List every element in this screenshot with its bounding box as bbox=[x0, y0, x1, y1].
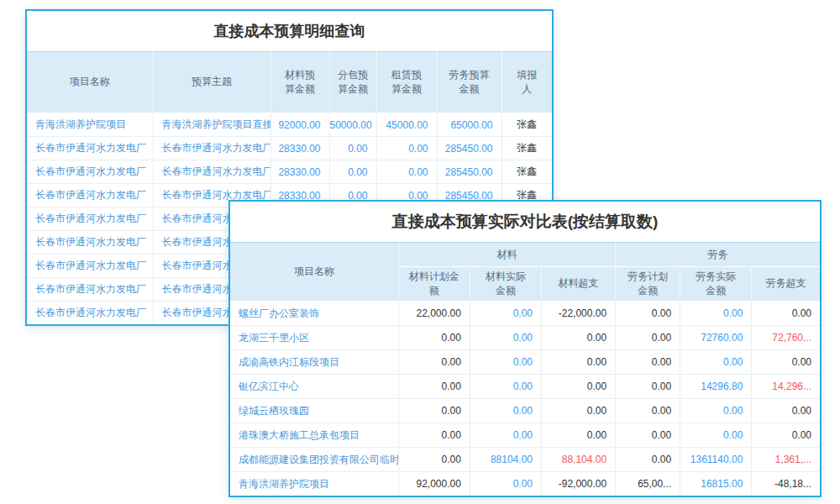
budget-theme-link[interactable]: 青海洪湖养护院项目直接成本预算 bbox=[153, 113, 270, 137]
value-cell: 0.00 bbox=[616, 326, 680, 350]
column-header-material-plan: 材料计划金 额 bbox=[398, 267, 470, 302]
value-cell: 0.00 bbox=[541, 399, 615, 423]
column-header-label: 劳务预算 金额 bbox=[449, 68, 490, 97]
column-header-budget-theme: 预算主题 bbox=[153, 52, 270, 113]
value-cell: 92,000.00 bbox=[398, 472, 470, 496]
project-name-link[interactable]: 长春市伊通河水力发电厂 bbox=[27, 137, 153, 160]
value-cell: 0.00 bbox=[376, 160, 437, 184]
value-cell: 0.00 bbox=[470, 472, 541, 496]
table-row: 绿城云栖玫瑰园0.000.000.000.000.000.00 bbox=[230, 399, 820, 423]
project-name-link[interactable]: 港珠澳大桥施工总承包项目 bbox=[230, 423, 398, 448]
screen: 直接成本预算明细查询 项目名称预算主题材料预 算金额分包预 算金额租赁预 算金额… bbox=[0, 0, 840, 504]
value-cell: 0.00 bbox=[680, 399, 752, 423]
value-cell: 0.00 bbox=[470, 326, 541, 350]
value-cell: 0.00 bbox=[541, 375, 615, 399]
budget-actual-compare-table: 项目名称材料劳务材料计划金 额材料实际 金额材料超支劳务计划 金额劳务实际 金额… bbox=[230, 242, 820, 496]
value-cell: 28330.00 bbox=[270, 160, 329, 184]
value-cell: 0.00 bbox=[616, 375, 680, 399]
value-cell: 0.00 bbox=[329, 160, 376, 184]
column-header-label: 项目名称 bbox=[294, 265, 334, 279]
project-name-link[interactable]: 青海洪湖养护院项目 bbox=[230, 472, 398, 496]
value-cell: 285450.00 bbox=[437, 160, 501, 184]
column-header-label: 填报 人 bbox=[517, 68, 537, 97]
value-cell: 0.00 bbox=[398, 326, 470, 350]
budget-detail-query-title: 直接成本预算明细查询 bbox=[27, 11, 552, 51]
reporter-cell: 张鑫 bbox=[501, 160, 552, 184]
project-name-link[interactable]: 银亿滨江中心 bbox=[230, 375, 398, 399]
value-cell: 285450.00 bbox=[437, 137, 501, 160]
column-header-labor-over: 劳务超支 bbox=[752, 267, 820, 302]
column-header-label: 项目名称 bbox=[70, 75, 110, 89]
column-header-project-name: 项目名称 bbox=[230, 243, 398, 302]
table-row: 长春市伊通河水力发电厂长春市伊通河水力发电厂28330.000.000.0028… bbox=[27, 137, 552, 160]
value-cell: 0.00 bbox=[398, 375, 470, 399]
budget-actual-compare-title: 直接成本预算实际对比表(按结算取数) bbox=[230, 202, 820, 242]
value-cell: 88,104.00 bbox=[541, 448, 615, 472]
column-header-label: 劳务超支 bbox=[766, 276, 806, 291]
value-cell: 0.00 bbox=[752, 399, 820, 423]
budget-theme-link[interactable]: 长春市伊通河水力发电厂 bbox=[153, 160, 270, 184]
value-cell: 0.00 bbox=[680, 350, 752, 375]
project-name-link[interactable]: 长春市伊通河水力发电厂 bbox=[27, 207, 153, 231]
budget-theme-link[interactable]: 长春市伊通河水力发电厂 bbox=[153, 137, 270, 160]
column-header-material-budget: 材料预 算金额 bbox=[270, 52, 329, 113]
table-row: 长春市伊通河水力发电厂长春市伊通河水力发电厂28330.000.000.0028… bbox=[27, 160, 552, 184]
value-cell: 0.00 bbox=[470, 350, 541, 375]
value-cell: 0.00 bbox=[616, 302, 680, 326]
column-header-labor-actual: 劳务实际 金额 bbox=[680, 267, 752, 302]
column-header-label: 材料实际 金额 bbox=[486, 270, 526, 299]
value-cell: 0.00 bbox=[470, 375, 541, 399]
group-header-material: 材料 bbox=[398, 243, 615, 267]
column-header-subcontract-budget: 分包预 算金额 bbox=[329, 52, 376, 113]
value-cell: 0.00 bbox=[398, 399, 470, 423]
group-header-row: 项目名称材料劳务 bbox=[230, 243, 820, 267]
value-cell: 0.00 bbox=[616, 423, 680, 448]
value-cell: 0.00 bbox=[541, 350, 615, 375]
table-row: 青海洪湖养护院项目青海洪湖养护院项目直接成本预算92000.0050000.00… bbox=[27, 113, 552, 137]
table-row: 银亿滨江中心0.000.000.000.0014296.8014,296... bbox=[230, 375, 820, 399]
table-row: 成都能源建设集团投资有限公司临时0.0088104.0088,104.000.0… bbox=[230, 448, 820, 472]
reporter-cell: 张鑫 bbox=[501, 113, 552, 137]
table-row: 青海洪湖养护院项目92,000.000.00-92,000.0065,00...… bbox=[230, 472, 820, 496]
value-cell: 0.00 bbox=[329, 137, 376, 160]
project-name-link[interactable]: 青海洪湖养护院项目 bbox=[27, 113, 153, 137]
column-header-label: 租赁预 算金额 bbox=[391, 68, 422, 97]
project-name-link[interactable]: 龙湖三千里小区 bbox=[230, 326, 398, 350]
value-cell: 0.00 bbox=[470, 423, 541, 448]
value-cell: -22,000.00 bbox=[541, 302, 615, 326]
project-name-link[interactable]: 成渝高铁内江标段项目 bbox=[230, 350, 398, 375]
value-cell: 0.00 bbox=[398, 350, 470, 375]
group-header-labor: 劳务 bbox=[616, 243, 820, 267]
column-header-label: 预算主题 bbox=[192, 75, 232, 89]
value-cell: 22,000.00 bbox=[398, 302, 470, 326]
value-cell: 0.00 bbox=[398, 423, 470, 448]
value-cell: 0.00 bbox=[752, 302, 820, 326]
column-header-label: 分包预 算金额 bbox=[338, 68, 368, 97]
value-cell: 14,296... bbox=[752, 375, 820, 399]
project-name-link[interactable]: 长春市伊通河水力发电厂 bbox=[27, 255, 153, 278]
project-name-link[interactable]: 螺丝厂办公室装饰 bbox=[230, 302, 398, 326]
value-cell: 72,760... bbox=[752, 326, 820, 350]
column-header-label: 材料超支 bbox=[559, 276, 599, 291]
value-cell: 0.00 bbox=[470, 302, 541, 326]
value-cell: -48,18... bbox=[752, 472, 820, 496]
project-name-link[interactable]: 长春市伊通河水力发电厂 bbox=[27, 302, 153, 325]
value-cell: 0.00 bbox=[376, 137, 437, 160]
table-row: 成渝高铁内江标段项目0.000.000.000.000.000.00 bbox=[230, 350, 820, 375]
project-name-link[interactable]: 成都能源建设集团投资有限公司临时 bbox=[230, 448, 398, 472]
budget-actual-compare-window: 直接成本预算实际对比表(按结算取数) 项目名称材料劳务材料计划金 额材料实际 金… bbox=[228, 200, 822, 497]
project-name-link[interactable]: 长春市伊通河水力发电厂 bbox=[27, 184, 153, 207]
value-cell: 1,361,... bbox=[752, 448, 820, 472]
column-header-material-over: 材料超支 bbox=[541, 267, 615, 302]
value-cell: 28330.00 bbox=[270, 137, 329, 160]
project-name-link[interactable]: 绿城云栖玫瑰园 bbox=[230, 399, 398, 423]
project-name-link[interactable]: 长春市伊通河水力发电厂 bbox=[27, 278, 153, 302]
value-cell: 14296.80 bbox=[680, 375, 752, 399]
value-cell: 0.00 bbox=[680, 302, 752, 326]
table-row: 螺丝厂办公室装饰22,000.000.00-22,000.000.000.000… bbox=[230, 302, 820, 326]
value-cell: 72760.00 bbox=[680, 326, 752, 350]
project-name-link[interactable]: 长春市伊通河水力发电厂 bbox=[27, 160, 153, 184]
column-header-label: 材料计划金 额 bbox=[409, 270, 459, 299]
column-header-labor-plan: 劳务计划 金额 bbox=[616, 267, 680, 302]
project-name-link[interactable]: 长春市伊通河水力发电厂 bbox=[27, 231, 153, 255]
